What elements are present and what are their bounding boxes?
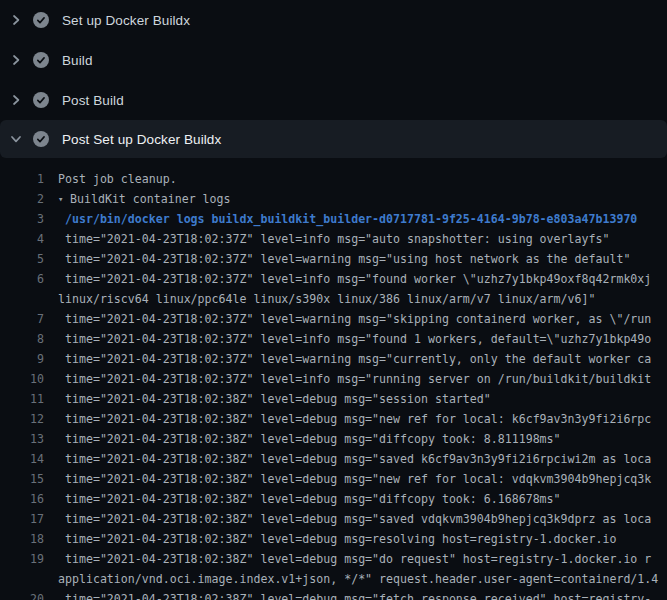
log-line-number[interactable]: 12	[0, 409, 44, 429]
log-line-text: time="2021-04-23T18:02:38Z" level=debug …	[58, 449, 651, 469]
log-line-text: time="2021-04-23T18:02:37Z" level=info m…	[58, 329, 651, 349]
log-line: 10 time="2021-04-23T18:02:37Z" level=inf…	[0, 369, 667, 389]
log-line-number[interactable]: 20	[0, 589, 44, 600]
log-line: 17 time="2021-04-23T18:02:38Z" level=deb…	[0, 509, 667, 529]
chevron-right-icon[interactable]	[8, 12, 24, 28]
log-line-number[interactable]	[0, 569, 44, 589]
check-circle-icon	[33, 131, 49, 147]
log-line-number[interactable]: 8	[0, 329, 44, 349]
log-line: application/vnd.oci.image.index.v1+json,…	[0, 569, 667, 589]
check-circle-icon	[33, 12, 49, 28]
log-line: 7 time="2021-04-23T18:02:37Z" level=warn…	[0, 309, 667, 329]
log-line-text: linux/riscv64 linux/ppc64le linux/s390x …	[58, 289, 595, 309]
log-line: 18 time="2021-04-23T18:02:38Z" level=deb…	[0, 529, 667, 549]
log-line-text: time="2021-04-23T18:02:37Z" level=info m…	[58, 269, 651, 289]
log-line: 9 time="2021-04-23T18:02:37Z" level=warn…	[0, 349, 667, 369]
log-line: 5 time="2021-04-23T18:02:37Z" level=warn…	[0, 249, 667, 269]
log-line-number[interactable]: 13	[0, 429, 44, 449]
log-line: 4 time="2021-04-23T18:02:37Z" level=info…	[0, 229, 667, 249]
log-line: 13 time="2021-04-23T18:02:38Z" level=deb…	[0, 429, 667, 449]
chevron-right-icon[interactable]	[8, 92, 24, 108]
log-line-text: Post job cleanup.	[58, 169, 177, 189]
log-line-number[interactable]: 9	[0, 349, 44, 369]
log-line-number[interactable]: 15	[0, 469, 44, 489]
log-panel: 1 Post job cleanup. 2 ▾ BuildKit contain…	[0, 158, 667, 600]
log-line-number[interactable]: 14	[0, 449, 44, 469]
check-circle-icon	[33, 92, 49, 108]
log-line-number[interactable]: 4	[0, 229, 44, 249]
log-group-collapse-icon[interactable]: ▾	[58, 189, 70, 209]
step-row[interactable]: Post Build	[0, 80, 667, 120]
log-line-number[interactable]: 3	[0, 209, 44, 229]
chevron-down-icon[interactable]	[8, 131, 24, 147]
log-line-number[interactable]: 1	[0, 169, 44, 189]
step-list: Set up Docker Buildx Build P	[0, 0, 667, 158]
step-row[interactable]: Build	[0, 40, 667, 80]
log-line: 8 time="2021-04-23T18:02:37Z" level=info…	[0, 329, 667, 349]
log-line: 14 time="2021-04-23T18:02:38Z" level=deb…	[0, 449, 667, 469]
log-line-number[interactable]: 7	[0, 309, 44, 329]
step-label: Set up Docker Buildx	[62, 13, 190, 28]
log-line-text: time="2021-04-23T18:02:38Z" level=debug …	[58, 489, 561, 509]
log-line: 19 time="2021-04-23T18:02:38Z" level=deb…	[0, 549, 667, 569]
log-line-text: time="2021-04-23T18:02:38Z" level=debug …	[58, 529, 616, 549]
log-line-text: time="2021-04-23T18:02:38Z" level=debug …	[58, 589, 651, 600]
log-line-number[interactable]: 11	[0, 389, 44, 409]
log-line-text: time="2021-04-23T18:02:37Z" level=warnin…	[58, 309, 651, 329]
step-label: Post Set up Docker Buildx	[62, 132, 221, 147]
log-line: 3 /usr/bin/docker logs buildx_buildkit_b…	[0, 209, 667, 229]
log-line: 20 time="2021-04-23T18:02:38Z" level=deb…	[0, 589, 667, 600]
log-line-text: BuildKit container logs	[70, 189, 231, 209]
step-row[interactable]: Post Set up Docker Buildx	[0, 120, 667, 158]
step-label: Post Build	[62, 93, 124, 108]
check-circle-icon	[33, 52, 49, 68]
log-line: 15 time="2021-04-23T18:02:38Z" level=deb…	[0, 469, 667, 489]
log-line-number[interactable]: 5	[0, 249, 44, 269]
log-line-text: time="2021-04-23T18:02:38Z" level=debug …	[58, 409, 651, 429]
log-line-text: time="2021-04-23T18:02:38Z" level=debug …	[58, 469, 651, 489]
log-line-text: /usr/bin/docker logs buildx_buildkit_bui…	[58, 209, 637, 229]
log-line-number[interactable]: 16	[0, 489, 44, 509]
log-line-text: time="2021-04-23T18:02:37Z" level=info m…	[58, 229, 609, 249]
log-line-text: time="2021-04-23T18:02:38Z" level=debug …	[58, 429, 561, 449]
chevron-right-icon[interactable]	[8, 52, 24, 68]
log-line: 16 time="2021-04-23T18:02:38Z" level=deb…	[0, 489, 667, 509]
log-line-number[interactable]: 18	[0, 529, 44, 549]
log-line-number[interactable]: 6	[0, 269, 44, 289]
actions-log-viewer: { "colors": { "page_bg": "#0a0d12", "exp…	[0, 0, 667, 600]
step-row[interactable]: Set up Docker Buildx	[0, 0, 667, 40]
log-line-number[interactable]	[0, 289, 44, 309]
log-line: linux/riscv64 linux/ppc64le linux/s390x …	[0, 289, 667, 309]
log-line-text: time="2021-04-23T18:02:38Z" level=debug …	[58, 509, 651, 529]
log-line-text: application/vnd.oci.image.index.v1+json,…	[58, 569, 658, 589]
log-line: 12 time="2021-04-23T18:02:38Z" level=deb…	[0, 409, 667, 429]
log-line-text: time="2021-04-23T18:02:37Z" level=warnin…	[58, 249, 630, 269]
log-line: 6 time="2021-04-23T18:02:37Z" level=info…	[0, 269, 667, 289]
log-line-text: time="2021-04-23T18:02:37Z" level=info m…	[58, 369, 651, 389]
step-label: Build	[62, 53, 93, 68]
log-line: 11 time="2021-04-23T18:02:38Z" level=deb…	[0, 389, 667, 409]
log-line: 2 ▾ BuildKit container logs	[0, 189, 667, 209]
log-line: 1 Post job cleanup.	[0, 169, 667, 189]
log-line-number[interactable]: 17	[0, 509, 44, 529]
log-line-number[interactable]: 19	[0, 549, 44, 569]
log-line-number[interactable]: 10	[0, 369, 44, 389]
log-line-text: time="2021-04-23T18:02:38Z" level=debug …	[58, 549, 651, 569]
log-line-text: time="2021-04-23T18:02:37Z" level=warnin…	[58, 349, 651, 369]
log-line-text: time="2021-04-23T18:02:38Z" level=debug …	[58, 389, 491, 409]
log-line-number[interactable]: 2	[0, 189, 44, 209]
